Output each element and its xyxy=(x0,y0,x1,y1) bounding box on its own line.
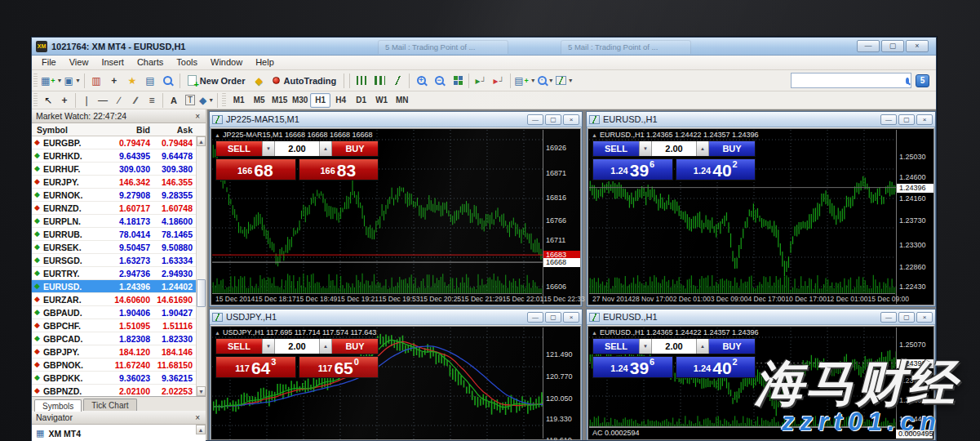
sell-price-panel[interactable]: 1.24396 xyxy=(592,158,673,180)
trendline-tool[interactable]: ∕ xyxy=(111,93,127,108)
toolbar-grip[interactable] xyxy=(33,74,38,88)
autotrading-button[interactable]: AutoTrading xyxy=(268,73,341,89)
menu-view[interactable]: View xyxy=(63,56,95,69)
toolbar-grip[interactable] xyxy=(33,93,38,108)
column-bid[interactable]: Bid xyxy=(101,125,150,135)
crosshair-tool[interactable]: + xyxy=(56,93,73,108)
channel-tool[interactable]: ∕∕ xyxy=(127,93,144,108)
scroll-up-icon[interactable]: ▲ xyxy=(197,136,206,146)
volume-input[interactable]: 2.00 xyxy=(652,339,696,354)
market-watch-row[interactable]: ◆GBPCAD.1.823081.82330 xyxy=(32,332,206,345)
market-watch-row[interactable]: ◆GBPNZD.2.021002.02253 xyxy=(32,385,206,396)
horizontal-line-tool[interactable]: — xyxy=(95,93,111,108)
volume-input[interactable]: 2.00 xyxy=(275,141,319,156)
chart-titlebar[interactable]: EURUSD.,H1 — ▢ × xyxy=(587,310,935,325)
chart-restore-button[interactable]: ▢ xyxy=(898,114,915,125)
market-watch-row[interactable]: ◆GBPNOK.11.6724011.68150 xyxy=(32,359,206,372)
chart-titlebar[interactable]: USDJPY.,H1 — ▢ × xyxy=(210,310,582,325)
fibonacci-tool[interactable]: ≡ xyxy=(144,93,160,108)
sell-button[interactable]: SELL xyxy=(593,141,639,156)
timeframe-mn[interactable]: MN xyxy=(392,93,412,108)
templates-dropdown[interactable]: ▼ xyxy=(555,73,574,89)
line-chart-button[interactable] xyxy=(388,73,406,89)
volume-decrease-button[interactable]: ▼ xyxy=(639,339,652,354)
menu-insert[interactable]: Insert xyxy=(95,56,131,69)
close-navigator-icon[interactable]: × xyxy=(193,413,202,422)
bar-chart-button[interactable] xyxy=(353,73,370,89)
buy-price-panel[interactable]: 16683 xyxy=(299,158,379,180)
menu-file[interactable]: File xyxy=(35,56,63,69)
indicators-dropdown[interactable]: ▤+▼ xyxy=(513,73,537,89)
periods-dropdown[interactable]: ·▼ xyxy=(537,73,555,89)
chart-close-button[interactable]: × xyxy=(563,114,579,125)
volume-input[interactable]: 2.00 xyxy=(275,339,319,354)
market-watch-row[interactable]: ◆GBPDKK.9.360239.36215 xyxy=(32,372,206,385)
sell-price-panel[interactable]: 117643 xyxy=(215,356,296,378)
chart-close-button[interactable]: × xyxy=(916,312,933,323)
volume-increase-button[interactable]: ▲ xyxy=(319,339,332,354)
navigator-item-xm-mt4[interactable]: ▦ XM MT4 ▲ xyxy=(32,425,206,441)
volume-decrease-button[interactable]: ▼ xyxy=(639,141,652,156)
menu-help[interactable]: Help xyxy=(249,56,281,69)
buy-button[interactable]: BUY xyxy=(709,141,755,156)
chart-titlebar[interactable]: EURUSD.,H1 — ▢ × xyxy=(587,112,935,127)
volume-increase-button[interactable]: ▲ xyxy=(696,141,709,156)
text-tool[interactable]: A xyxy=(166,93,182,108)
buy-button[interactable]: BUY xyxy=(332,339,378,354)
volume-increase-button[interactable]: ▲ xyxy=(696,339,709,354)
navigator-scroll-up[interactable]: ▲ xyxy=(196,425,206,434)
timeframe-h1[interactable]: H1 xyxy=(310,93,330,108)
timeframe-w1[interactable]: W1 xyxy=(371,93,392,108)
navigator-toggle[interactable]: ★ xyxy=(123,73,141,89)
menu-tools[interactable]: Tools xyxy=(170,56,204,69)
mql5-community-button[interactable]: 5 xyxy=(916,74,929,87)
tab-tick-chart[interactable]: Tick Chart xyxy=(83,399,136,411)
volume-input[interactable]: 2.00 xyxy=(652,141,696,156)
market-watch-row[interactable]: ◆GBPJPY.184.120184.146 xyxy=(32,345,206,359)
label-tool[interactable]: T xyxy=(182,93,198,108)
market-watch-row[interactable]: ◆EURSGD.1.632731.63334 xyxy=(32,254,206,267)
zoom-out-button[interactable]: − xyxy=(430,73,448,89)
market-watch-row[interactable]: ◆GBPAUD.1.904061.90427 xyxy=(32,306,206,319)
minimize-button[interactable]: — xyxy=(857,40,880,52)
sell-price-panel[interactable]: 1.24396 xyxy=(592,356,673,378)
menu-charts[interactable]: Charts xyxy=(131,56,170,69)
timeframe-m1[interactable]: M1 xyxy=(228,93,249,108)
timeframe-m5[interactable]: M5 xyxy=(249,93,269,108)
chart-area[interactable]: ▲JP225-MAR15,M1 16668 16668 16668 16668 … xyxy=(211,128,581,305)
market-watch-row[interactable]: ◆EURHUF.309.030309.380 xyxy=(32,163,206,176)
buy-price-panel[interactable]: 1.24402 xyxy=(676,158,756,180)
market-watch-row[interactable]: ◆GBPCHF.1.510951.51116 xyxy=(32,319,206,332)
zoom-in-button[interactable]: + xyxy=(412,73,430,89)
new-chart-button[interactable]: ▦+▼ xyxy=(40,73,64,89)
chart-minimize-button[interactable]: — xyxy=(880,312,897,323)
tile-windows-button[interactable] xyxy=(448,73,466,89)
search-icon[interactable] xyxy=(906,78,909,84)
strategy-tester-toggle[interactable] xyxy=(159,73,177,89)
scroll-thumb[interactable] xyxy=(197,279,206,307)
volume-increase-button[interactable]: ▲ xyxy=(319,141,332,156)
chart-minimize-button[interactable]: — xyxy=(527,312,543,323)
profiles-button[interactable]: ▣▼ xyxy=(64,73,82,89)
market-watch-row[interactable]: ◆EURGBP.0.794740.79484 xyxy=(32,136,206,149)
market-watch-toggle[interactable]: ▥ xyxy=(87,73,105,89)
terminal-toggle[interactable]: ▤ xyxy=(141,73,159,89)
navigator-header[interactable]: Navigator × xyxy=(32,411,206,425)
sell-button[interactable]: SELL xyxy=(216,339,262,354)
market-watch-row[interactable]: ◆EURZAR.14.6060014.61690 xyxy=(32,293,206,306)
candlestick-chart-button[interactable] xyxy=(370,73,388,89)
buy-button[interactable]: BUY xyxy=(332,141,378,156)
metaeditor-button[interactable]: ◆ xyxy=(250,73,268,89)
tab-symbols[interactable]: Symbols xyxy=(34,399,82,412)
sell-button[interactable]: SELL xyxy=(216,141,262,156)
chart-area[interactable]: ▲EURUSD.,H1 1.24365 1.24422 1.24357 1.24… xyxy=(588,128,934,305)
volume-decrease-button[interactable]: ▼ xyxy=(262,339,275,354)
sell-button[interactable]: SELL xyxy=(593,339,639,354)
chart-minimize-button[interactable]: — xyxy=(880,114,897,125)
column-ask[interactable]: Ask xyxy=(150,125,196,135)
auto-scroll-button[interactable]: ▸┘ xyxy=(472,73,490,89)
sell-price-panel[interactable]: 16668 xyxy=(215,158,296,180)
market-watch-row[interactable]: ◆EURNOK.9.279089.28355 xyxy=(32,189,206,202)
market-watch-scrollbar[interactable]: ▲▼ xyxy=(196,136,206,396)
market-watch-row[interactable]: ◆EURNZD.1.607171.60748 xyxy=(32,202,206,215)
